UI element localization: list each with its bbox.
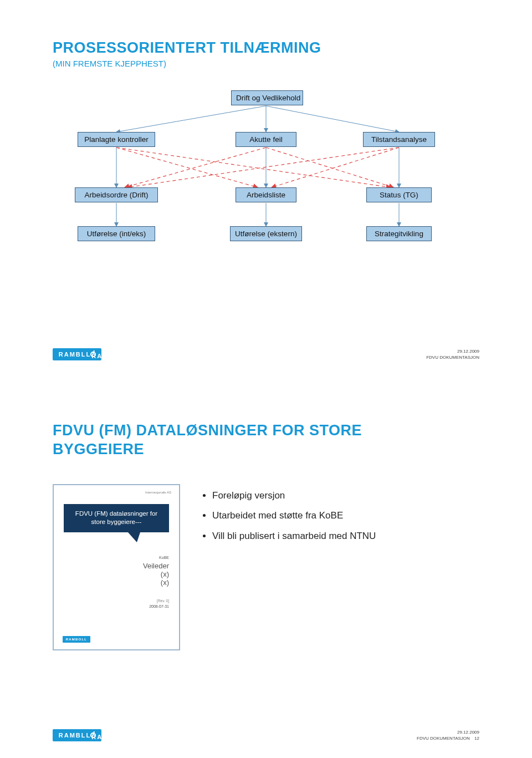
document-thumbnail: Internasjonale AS FDVU (FM) dataløsninge… bbox=[53, 484, 180, 650]
thumb-line2: (x) bbox=[64, 570, 169, 578]
slide2-footer: 29.12.2009 FDVU DOKUMENTASJON 12 bbox=[417, 730, 479, 741]
slide-2: FDVU (FM) DATALØSNINGER FOR STORE BYGGEI… bbox=[0, 377, 532, 758]
node-r2-3: Tilstandsanalyse bbox=[363, 132, 435, 147]
process-diagram: Drift og Vedlikehold Planlagte kontrolle… bbox=[53, 90, 479, 273]
bullet-2: Utarbeidet med støtte fra KoBE bbox=[212, 510, 376, 522]
thumb-banner: FDVU (FM) dataløsninger for store byggei… bbox=[64, 504, 169, 532]
bullet-3: Vill bli publisert i samarbeid med NTNU bbox=[212, 530, 376, 543]
node-top: Drift og Vedlikehold bbox=[231, 90, 303, 105]
slide1-footer: 29.12.2009 FDVU DOKUMENTASJON bbox=[426, 349, 479, 360]
svg-line-0 bbox=[116, 106, 266, 132]
thumb-mid: KoBE bbox=[64, 556, 169, 559]
node-r4-3: Strategitvikling bbox=[366, 226, 432, 241]
footer2-doc: FDVU DOKUMENTASJON bbox=[417, 736, 470, 741]
node-r2-1: Planlagte kontroller bbox=[78, 132, 155, 147]
thumb-line3: (x) bbox=[64, 578, 169, 587]
svg-line-8 bbox=[125, 147, 266, 187]
node-r4-2: Utførelse (ekstern) bbox=[230, 226, 302, 241]
node-r4-1: Utførelse (int/eks) bbox=[78, 226, 155, 241]
slide2-title: FDVU (FM) DATALØSNINGER FOR STORE BYGGEI… bbox=[53, 421, 407, 459]
thumb-logo: RAMBOLL bbox=[63, 636, 90, 643]
slide2-body: Internasjonale AS FDVU (FM) dataløsninge… bbox=[53, 484, 479, 650]
node-r2-2: Akutte feil bbox=[236, 132, 296, 147]
slide1-title: PROSESSORIENTERT TILNÆRMING bbox=[53, 39, 479, 58]
node-r3-3: Status (TG) bbox=[366, 187, 432, 202]
footer2-date: 29.12.2009 bbox=[417, 730, 479, 735]
svg-line-10 bbox=[127, 147, 399, 187]
svg-line-9 bbox=[266, 147, 393, 187]
brand-logo-2 bbox=[53, 729, 101, 741]
footer-doc: FDVU DOKUMENTASJON bbox=[426, 355, 479, 360]
thumb-heading: Veileder bbox=[64, 562, 169, 570]
brand-logo bbox=[53, 348, 101, 360]
svg-line-7 bbox=[116, 147, 391, 187]
footer2-page: 12 bbox=[474, 736, 479, 741]
thumb-topright: Internasjonale AS bbox=[145, 491, 171, 494]
thumb-rev: [Rev. 0] bbox=[64, 599, 169, 603]
bullet-1: Foreløpig versjon bbox=[212, 490, 376, 502]
svg-line-2 bbox=[266, 106, 399, 132]
footer-date: 29.12.2009 bbox=[426, 349, 479, 354]
slide1-subtitle: (MIN FREMSTE KJEPPHEST) bbox=[53, 59, 479, 68]
diagram-arrows bbox=[53, 90, 479, 273]
thumb-bubble-tail bbox=[128, 532, 140, 542]
slide-1: PROSESSORIENTERT TILNÆRMING (MIN FREMSTE… bbox=[0, 0, 532, 377]
node-r3-1: Arbeidsordre (Drift) bbox=[75, 187, 158, 202]
bullet-list: Foreløpig versjon Utarbeidet med støtte … bbox=[202, 490, 376, 650]
thumb-date: 2008-07-31 bbox=[64, 604, 169, 608]
svg-line-6 bbox=[116, 147, 258, 187]
svg-line-11 bbox=[272, 147, 399, 187]
node-r3-2: Arbeidsliste bbox=[236, 187, 296, 202]
